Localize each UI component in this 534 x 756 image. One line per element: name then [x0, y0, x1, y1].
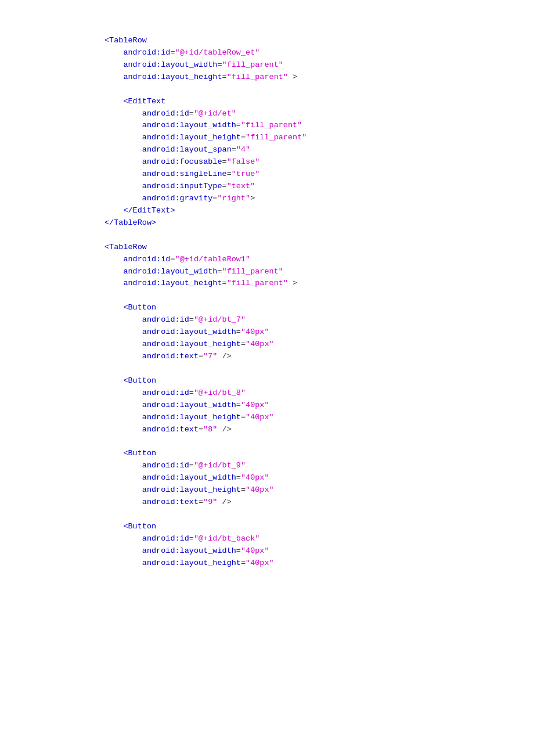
code-punct: = — [189, 109, 194, 118]
code-empty — [104, 85, 109, 93]
code-punct: = — [199, 425, 203, 434]
code-line: android:id="@+id/tableRow1" — [104, 254, 534, 266]
code-line: </EditText> — [104, 205, 534, 217]
code-line: android:layout_height="40px" — [104, 339, 534, 351]
code-line — [104, 290, 534, 302]
code-indent — [104, 121, 142, 129]
code-indent — [104, 498, 142, 506]
code-indent — [104, 449, 123, 458]
code-attr-name: android:layout_span — [142, 145, 232, 154]
code-punct: = — [199, 498, 203, 506]
code-indent — [104, 157, 142, 166]
code-line: android:layout_width="40px" — [104, 545, 534, 557]
code-punct: > — [288, 279, 297, 287]
code-attr-value: "7" — [203, 352, 217, 361]
code-punct: = — [199, 352, 203, 361]
code-line: android:id="@+id/bt_9" — [104, 460, 534, 472]
code-tag: <Button — [123, 303, 156, 312]
code-indent — [104, 534, 142, 543]
code-indent — [104, 48, 123, 57]
code-attr-name: android:layout_width — [142, 121, 236, 129]
code-line: android:layout_height="fill_parent" — [104, 132, 534, 144]
code-punct: = — [222, 182, 227, 190]
code-line: <Button — [104, 521, 534, 533]
code-indent — [104, 327, 142, 336]
code-punct: = — [222, 157, 227, 166]
code-line: <Button — [104, 302, 534, 314]
code-attr-name: android:id — [142, 534, 189, 543]
code-attr-name: android:layout_height — [142, 133, 241, 142]
code-line: </TableRow> — [104, 217, 534, 229]
code-line: <Button — [104, 448, 534, 460]
code-line: android:text="9" /> — [104, 496, 534, 509]
code-attr-name: android:text — [142, 352, 199, 361]
code-empty — [104, 437, 109, 445]
code-attr-value: "true" — [232, 170, 260, 178]
code-attr-value: "text" — [227, 182, 255, 190]
code-indent — [104, 267, 123, 276]
code-line: android:id="@+id/bt_8" — [104, 387, 534, 399]
code-line — [104, 509, 534, 521]
code-attr-name: android:inputType — [142, 182, 222, 190]
code-attr-value: "fill_parent" — [246, 133, 306, 142]
code-line: android:layout_height="40px" — [104, 484, 534, 496]
code-punct: = — [241, 485, 246, 494]
code-empty — [104, 291, 109, 300]
code-line — [104, 229, 534, 242]
code-attr-value: "40px" — [241, 401, 269, 409]
code-attr-name: android:id — [142, 315, 189, 324]
code-punct: = — [189, 315, 194, 324]
code-indent — [104, 73, 123, 81]
code-indent — [104, 546, 142, 555]
code-line — [104, 84, 534, 96]
code-attr-name: android:layout_width — [123, 60, 217, 69]
code-attr-value: "@+id/tableRow_et" — [175, 48, 260, 57]
code-indent — [104, 352, 142, 361]
code-attr-value: "fill_parent" — [222, 267, 283, 276]
code-punct: = — [189, 461, 194, 470]
code-line: android:text="8" /> — [104, 424, 534, 436]
code-line: <Button — [104, 375, 534, 387]
code-line: android:layout_height="fill_parent" > — [104, 278, 534, 290]
code-attr-value: "40px" — [246, 559, 274, 567]
code-tag: <TableRow — [104, 36, 147, 45]
code-punct: = — [222, 279, 227, 287]
code-punct: = — [241, 559, 246, 567]
code-line: android:text="7" /> — [104, 351, 534, 363]
code-line: android:layout_width="fill_parent" — [104, 59, 534, 71]
code-attr-value: "9" — [203, 498, 217, 506]
code-punct: > — [288, 73, 297, 81]
code-indent — [104, 522, 123, 531]
code-line: android:layout_width="fill_parent" — [104, 120, 534, 132]
code-line: android:gravity="right"> — [104, 193, 534, 205]
code-indent — [104, 194, 142, 203]
code-indent — [104, 279, 123, 287]
code-indent — [104, 401, 142, 409]
code-line: android:id="@+id/et" — [104, 108, 534, 120]
code-attr-value: "@+id/tableRow1" — [175, 255, 251, 264]
code-attr-name: android:layout_height — [142, 485, 241, 494]
code-attr-name: android:text — [142, 498, 199, 506]
code-attr-name: android:id — [123, 48, 170, 57]
code-line: android:layout_height="fill_parent" > — [104, 71, 534, 84]
code-attr-value: "@+id/et" — [194, 109, 236, 118]
code-tag: <TableRow — [104, 243, 147, 251]
code-punct: > — [250, 194, 255, 203]
code-attr-name: android:layout_width — [123, 267, 217, 276]
code-attr-value: "40px" — [246, 413, 274, 422]
code-attr-value: "@+id/bt_back" — [194, 534, 259, 543]
code-indent — [104, 425, 142, 434]
code-attr-value: "right" — [217, 194, 250, 203]
code-punct: /> — [217, 498, 231, 506]
code-line — [104, 435, 534, 448]
code-attr-name: android:layout_height — [142, 559, 241, 567]
code-indent — [104, 413, 142, 422]
code-attr-value: "40px" — [241, 327, 269, 336]
code-punct: = — [217, 267, 222, 276]
code-line: android:singleLine="true" — [104, 168, 534, 181]
code-indent — [104, 340, 142, 348]
code-attr-value: "fill_parent" — [227, 73, 288, 81]
code-indent — [104, 388, 142, 397]
code-punct: = — [217, 60, 222, 69]
code-line: android:layout_span="4" — [104, 144, 534, 156]
